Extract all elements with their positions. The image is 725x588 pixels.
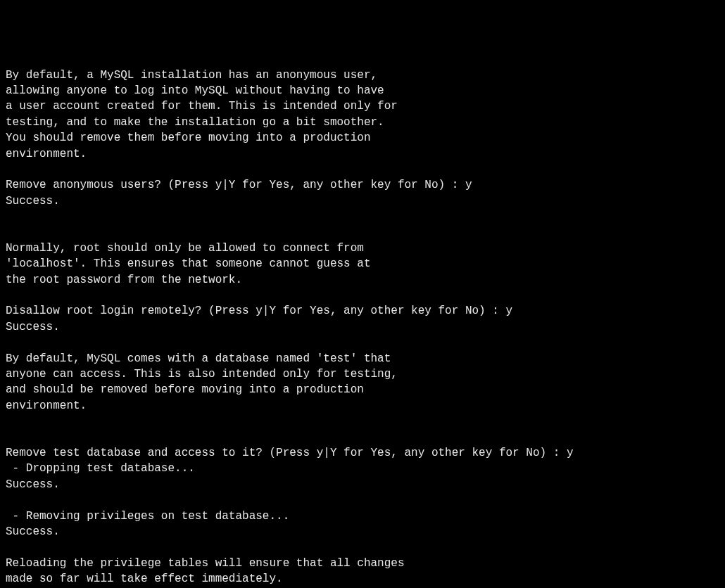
- terminal-line: [6, 539, 719, 555]
- terminal-line: You should remove them before moving int…: [6, 130, 719, 146]
- terminal-line: Normally, root should only be allowed to…: [6, 241, 719, 256]
- terminal-output: By default, a MySQL installation has an …: [6, 68, 719, 588]
- terminal-line: [6, 224, 719, 240]
- terminal-line: the root password from the network.: [6, 272, 719, 288]
- terminal-line: made so far will take effect immediately…: [6, 571, 719, 587]
- terminal-line: By default, MySQL comes with a database …: [6, 351, 719, 366]
- terminal-line: Disallow root login remotely? (Press y|Y…: [6, 303, 719, 319]
- terminal-line: Success.: [6, 524, 719, 539]
- terminal-line: - Dropping test database...: [6, 461, 719, 476]
- terminal-line: [6, 414, 719, 429]
- terminal-line: a user account created for them. This is…: [6, 98, 719, 114]
- terminal-line: 'localhost'. This ensures that someone c…: [6, 256, 719, 271]
- terminal-line: - Removing privileges on test database..…: [6, 509, 719, 524]
- terminal-line: By default, a MySQL installation has an …: [6, 68, 719, 83]
- terminal-line: and should be removed before moving into…: [6, 382, 719, 397]
- terminal-line: Reloading the privilege tables will ensu…: [6, 556, 719, 571]
- terminal-line: testing, and to make the installation go…: [6, 115, 719, 130]
- terminal-line: Success.: [6, 319, 719, 335]
- terminal-line: [6, 288, 719, 303]
- terminal-line: Remove anonymous users? (Press y|Y for Y…: [6, 177, 719, 193]
- terminal-line: environment.: [6, 398, 719, 414]
- terminal-line: anyone can access. This is also intended…: [6, 366, 719, 382]
- terminal-line: Remove test database and access to it? (…: [6, 445, 719, 461]
- terminal-line: [6, 162, 719, 177]
- terminal-line: Success.: [6, 193, 719, 209]
- terminal-line: Success.: [6, 477, 719, 492]
- terminal-line: [6, 430, 719, 445]
- terminal-line: environment.: [6, 146, 719, 162]
- terminal-line: [6, 335, 719, 350]
- terminal-line: [6, 209, 719, 224]
- terminal-line: [6, 492, 719, 508]
- terminal-line: allowing anyone to log into MySQL withou…: [6, 83, 719, 98]
